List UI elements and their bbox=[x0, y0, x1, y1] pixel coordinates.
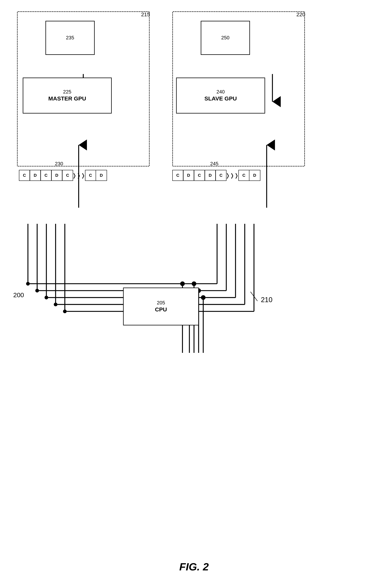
queue-cell-C4: C bbox=[85, 170, 96, 181]
svg-point-36 bbox=[54, 303, 57, 306]
queue-cell-r-C4: C bbox=[238, 170, 249, 181]
svg-text:210: 210 bbox=[261, 296, 272, 304]
box-225-master-gpu: 225 MASTER GPU bbox=[23, 78, 112, 113]
figure-label: FIG. 2 bbox=[179, 561, 209, 573]
svg-point-35 bbox=[45, 296, 48, 299]
queue-cell-r-D4: D bbox=[249, 170, 260, 181]
queue-end-cells: C D bbox=[85, 170, 107, 181]
box-235-label: 235 bbox=[66, 35, 74, 41]
box-250-label: 250 bbox=[221, 35, 229, 41]
queue-cell-r-D1: D bbox=[183, 170, 194, 181]
label-215: 215 bbox=[141, 12, 150, 18]
queue-arrow-right: ❭❭❭ bbox=[226, 170, 238, 181]
svg-point-30 bbox=[192, 281, 196, 286]
box-240-number: 240 bbox=[217, 89, 225, 95]
svg-point-28 bbox=[180, 281, 185, 286]
svg-point-34 bbox=[35, 289, 39, 292]
box-240-title: SLAVE GPU bbox=[204, 95, 237, 102]
box-235: 235 bbox=[46, 21, 95, 55]
box-225-title: MASTER GPU bbox=[48, 95, 86, 102]
queue-245-label: 245 bbox=[210, 161, 218, 167]
box-205-number: 205 bbox=[157, 300, 165, 306]
queue-245: C D C D C ❭❭❭ C D bbox=[172, 170, 260, 181]
queue-230: C D C D C ❭❭❭ C D bbox=[19, 170, 107, 181]
svg-point-32 bbox=[201, 295, 205, 300]
label-220: 220 bbox=[296, 12, 305, 18]
queue-cell-r-D2: D bbox=[205, 170, 216, 181]
queue-230-label: 230 bbox=[55, 161, 63, 167]
queue-cell-D2: D bbox=[51, 170, 62, 181]
queue-cell-r-C2: C bbox=[194, 170, 205, 181]
queue-end-cells-r: C D bbox=[238, 170, 260, 181]
box-240-slave-gpu: 240 SLAVE GPU bbox=[176, 78, 265, 113]
outer-label-200: 200 bbox=[13, 291, 24, 299]
queue-cell-D4: D bbox=[96, 170, 107, 181]
queue-cell-D1: D bbox=[30, 170, 41, 181]
queue-cell-C2: C bbox=[41, 170, 51, 181]
box-225-number: 225 bbox=[63, 89, 71, 95]
queue-cell-r-C1: C bbox=[172, 170, 183, 181]
queue-cell-C3: C bbox=[62, 170, 73, 181]
box-205-cpu: 205 CPU bbox=[123, 287, 199, 326]
svg-point-37 bbox=[63, 309, 67, 313]
diagram-container: 210 215 220 235 225 MASTER GPU 250 240 S… bbox=[9, 8, 379, 569]
box-250: 250 bbox=[201, 21, 250, 55]
queue-cell-r-C3: C bbox=[216, 170, 226, 181]
svg-point-33 bbox=[26, 282, 30, 285]
queue-cell-C1: C bbox=[19, 170, 30, 181]
queue-arrow-left: ❭❭❭ bbox=[73, 170, 84, 181]
box-205-title: CPU bbox=[155, 306, 167, 313]
